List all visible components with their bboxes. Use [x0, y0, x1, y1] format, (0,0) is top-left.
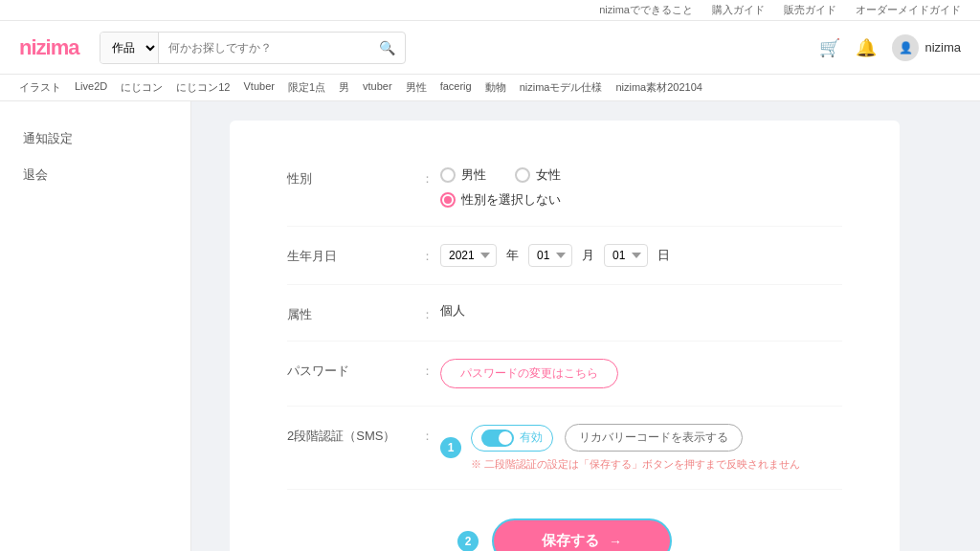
topbar-item-3[interactable]: 販売ガイド — [784, 3, 836, 17]
topbar-item-4[interactable]: オーダーメイドガイド — [856, 3, 961, 17]
search-category-select[interactable]: 作品 — [100, 33, 159, 63]
birthdate-label: 生年月日 — [287, 244, 421, 265]
save-button[interactable]: 保存する → — [492, 518, 672, 551]
layout: 通知設定 退会 性別 ： 男性 — [0, 101, 980, 551]
day-unit: 日 — [657, 247, 670, 264]
header: nizima 作品 🔍 🛒 🔔 👤 nizima — [0, 21, 980, 75]
gender-radio-row-1: 男性 女性 — [440, 166, 561, 184]
password-label: パスワード — [287, 359, 421, 380]
password-row: パスワード ： パスワードの変更はこちら — [287, 342, 842, 407]
header-icons: 🛒 🔔 👤 nizima — [819, 34, 961, 61]
tfa-toggle[interactable] — [481, 430, 514, 447]
nav-tag-10[interactable]: 動物 — [485, 80, 506, 95]
nav-tag-12[interactable]: nizima素材202104 — [615, 80, 702, 95]
tfa-toggle-knob — [499, 431, 512, 445]
gender-colon: ： — [421, 166, 440, 187]
tfa-label: 2段階認証（SMS） — [287, 424, 421, 445]
attribute-colon: ： — [421, 302, 440, 323]
gender-none-option[interactable]: 性別を選択しない — [440, 191, 561, 209]
birthdate-content: 2021 年 01 月 01 日 — [440, 244, 842, 267]
gender-row: 性別 ： 男性 女性 — [287, 149, 842, 227]
save-step-badge: 2 — [457, 531, 479, 552]
nav-tag-3[interactable]: にじコン12 — [176, 80, 230, 95]
sidebar-item-notification[interactable]: 通知設定 — [0, 121, 190, 157]
tfa-wrap: 有効 リカバリーコードを表示する ※ 二段階認証の設定は「保存する」ボタンを押す… — [471, 424, 800, 472]
gender-label: 性別 — [287, 166, 421, 187]
year-select[interactable]: 2021 — [440, 244, 497, 267]
tfa-note: ※ 二段階認証の設定は「保存する」ボタンを押すまで反映されません — [471, 457, 800, 472]
save-arrow-icon: → — [609, 534, 622, 549]
topbar-item-2[interactable]: 購入ガイド — [712, 3, 765, 17]
month-unit: 月 — [582, 247, 594, 264]
gender-female-label: 女性 — [536, 166, 561, 184]
username-label: nizima — [924, 40, 961, 55]
nav-tag-2[interactable]: にじコン — [121, 80, 163, 95]
logo[interactable]: nizima — [19, 35, 78, 60]
year-unit: 年 — [506, 247, 519, 264]
attribute-label: 属性 — [287, 302, 421, 323]
nav-tag-9[interactable]: facerig — [440, 80, 472, 95]
password-content: パスワードの変更はこちら — [440, 359, 842, 388]
search-button[interactable]: 🔍 — [369, 40, 405, 55]
attribute-value: 個人 — [440, 302, 465, 320]
top-bar: nizimaでできること 購入ガイド 販売ガイド オーダーメイドガイド — [0, 0, 980, 21]
bell-icon[interactable]: 🔔 — [856, 37, 877, 58]
birthdate-row: 生年月日 ： 2021 年 01 月 01 日 — [287, 227, 842, 285]
nav-tag-1[interactable]: Live2D — [75, 80, 107, 95]
user-menu[interactable]: 👤 nizima — [892, 34, 961, 61]
nav-tag-6[interactable]: 男 — [339, 80, 349, 95]
gender-male-radio[interactable] — [440, 167, 456, 183]
sidebar: 通知設定 退会 — [0, 101, 191, 551]
search-wrap: 作品 🔍 — [100, 32, 406, 64]
nav-tag-11[interactable]: nizimaモデル仕様 — [520, 80, 603, 95]
gender-male-label: 男性 — [461, 166, 486, 184]
tfa-content: 1 有効 リカバリーコードを表示する ※ 二段階認証の設定は「保存する」ボタ — [440, 424, 842, 472]
gender-male-option[interactable]: 男性 — [440, 166, 486, 184]
attribute-content: 個人 — [440, 302, 842, 320]
avatar: 👤 — [892, 34, 919, 61]
password-change-button[interactable]: パスワードの変更はこちら — [440, 359, 618, 388]
nav-tag-7[interactable]: vtuber — [363, 80, 392, 95]
gender-none-label: 性別を選択しない — [461, 191, 561, 209]
gender-radio-group: 男性 女性 性別を選択しない — [440, 166, 561, 209]
tfa-toggle-wrap[interactable]: 有効 — [471, 425, 553, 452]
nav-tag-5[interactable]: 限定1点 — [288, 80, 325, 95]
tfa-step-badge: 1 — [440, 437, 461, 458]
recovery-code-button[interactable]: リカバリーコードを表示する — [565, 424, 743, 452]
gender-content: 男性 女性 性別を選択しない — [440, 166, 842, 209]
nav-tag-4[interactable]: Vtuber — [244, 80, 275, 95]
tfa-controls: 有効 リカバリーコードを表示する — [471, 424, 800, 452]
nav-tag-8[interactable]: 男性 — [406, 80, 427, 95]
attribute-row: 属性 ： 個人 — [287, 285, 842, 342]
gender-female-radio[interactable] — [515, 167, 530, 183]
password-colon: ： — [421, 359, 440, 380]
sidebar-item-withdrawal[interactable]: 退会 — [0, 157, 190, 193]
nav-tag-0[interactable]: イラスト — [19, 80, 61, 95]
tfa-row: 2段階認証（SMS） ： 1 有効 リカバリーコードを表示する — [287, 407, 842, 490]
month-select[interactable]: 01 — [528, 244, 572, 267]
gender-radio-row-2: 性別を選択しない — [440, 191, 561, 209]
main-content: 性別 ： 男性 女性 — [191, 101, 980, 551]
save-section: 2 保存する → — [287, 518, 842, 551]
birthdate-colon: ： — [421, 244, 440, 265]
tfa-toggle-label: 有効 — [520, 430, 543, 446]
gender-none-radio[interactable] — [440, 192, 456, 208]
cart-icon[interactable]: 🛒 — [819, 37, 840, 58]
topbar-item-1[interactable]: nizimaでできること — [599, 3, 693, 17]
save-button-label: 保存する — [542, 532, 599, 550]
nav-tags: イラスト Live2D にじコン にじコン12 Vtuber 限定1点 男 vt… — [0, 75, 980, 101]
gender-female-option[interactable]: 女性 — [515, 166, 561, 184]
day-select[interactable]: 01 — [604, 244, 648, 267]
form-card: 性別 ： 男性 女性 — [230, 121, 900, 551]
tfa-colon: ： — [421, 424, 440, 445]
search-input[interactable] — [159, 41, 369, 55]
